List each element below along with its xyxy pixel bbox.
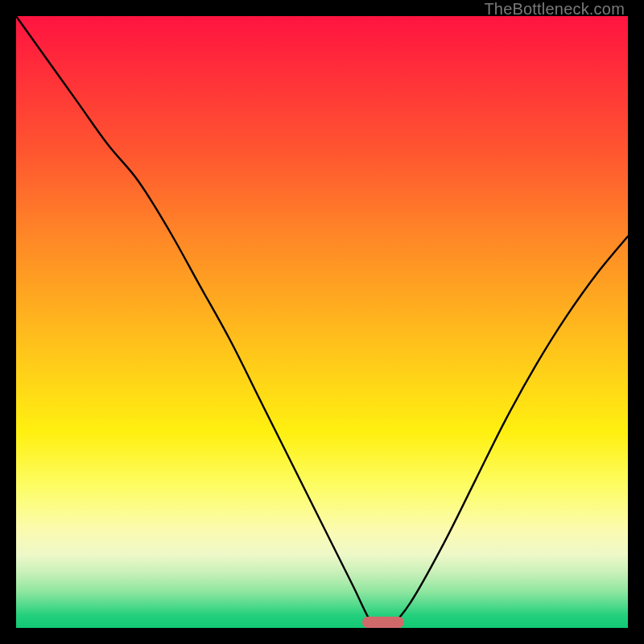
- minimum-marker: [362, 617, 404, 628]
- bottleneck-curve: [16, 16, 628, 628]
- plot-area: [16, 16, 628, 628]
- chart-overlay: [16, 16, 628, 628]
- chart-frame: TheBottleneck.com: [0, 0, 644, 644]
